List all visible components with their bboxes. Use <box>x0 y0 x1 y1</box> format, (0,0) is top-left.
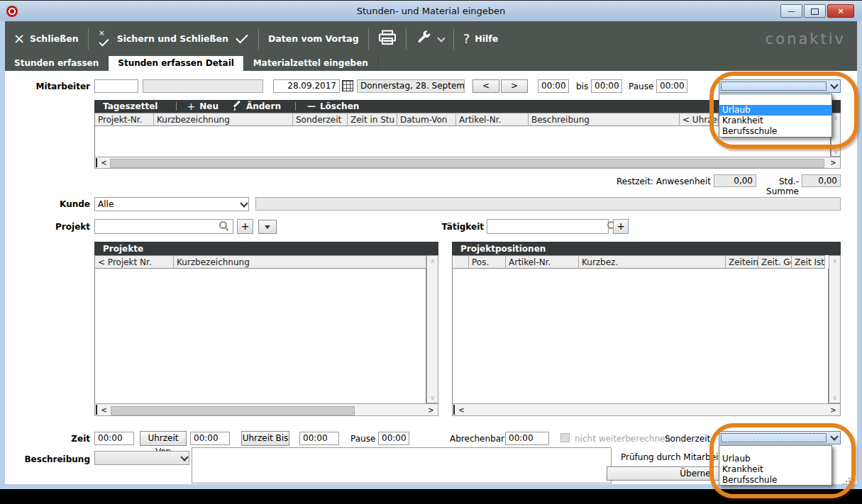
beschreibung-textarea[interactable] <box>192 447 612 483</box>
column-header-pos[interactable]: Pos. <box>469 255 506 269</box>
uhrzeit-bis-field[interactable]: 00:00 <box>299 432 339 445</box>
taetigkeit-add-button[interactable]: + <box>613 219 629 234</box>
projekt-add-button[interactable]: + <box>237 219 253 234</box>
scroll-left-icon[interactable]: < <box>456 405 467 415</box>
column-header-artikel-nr2[interactable]: Artikel-Nr. <box>506 255 579 269</box>
minimize-button[interactable]: — <box>780 4 802 18</box>
projekte-hscrollbar[interactable]: < > <box>94 403 438 416</box>
tageszettel-hscrollbar[interactable]: < > <box>94 157 841 169</box>
projekte-vscrollbar[interactable]: ∧ ∨ <box>426 255 438 403</box>
combobox-arrow[interactable] <box>828 80 840 92</box>
scroll-down-icon[interactable]: ∨ <box>427 394 438 401</box>
maximize-button[interactable] <box>804 4 826 18</box>
close-window-button[interactable]: × <box>827 4 854 18</box>
dropdown-option-empty[interactable] <box>719 94 831 105</box>
scroll-up-icon[interactable]: ∧ <box>427 257 438 264</box>
beschreibung-preset-select[interactable] <box>94 451 189 465</box>
scroll-up-icon[interactable]: ∧ <box>831 114 840 121</box>
resize-grip[interactable] <box>843 483 844 485</box>
column-header-zeiteinh[interactable]: Zeiteinh <box>726 255 758 269</box>
dropdown-option-berufsschule[interactable]: Berufsschule <box>719 475 831 486</box>
kunde-select[interactable]: Alle <box>94 197 249 211</box>
daten-vom-vortag-button[interactable]: Daten vom Vortag <box>268 33 359 44</box>
tab-stunden-erfassen-detail[interactable]: Stunden erfassen Detail <box>109 56 244 71</box>
column-splitter[interactable] <box>96 405 97 415</box>
projekte-table-body[interactable] <box>94 269 426 403</box>
dropdown-option-empty[interactable] <box>719 446 831 454</box>
loeschen-button[interactable]: — Löschen <box>307 101 359 111</box>
dropdown-option-krankheit[interactable]: Krankheit <box>719 464 831 475</box>
column-header-kurzbezeichnung2[interactable]: Kurzbezeichnung <box>174 255 426 269</box>
abrechenbar-field[interactable]: 00:00 <box>505 432 549 445</box>
pause-field-bottom[interactable]: 00:00 <box>378 432 409 445</box>
tab-materialzettel-eingeben[interactable]: Materialzettel eingeben <box>244 56 378 71</box>
mitarbeiter-id-field[interactable] <box>94 79 138 93</box>
scroll-up-icon[interactable]: ∧ <box>829 257 840 264</box>
dropdown-option-urlaub[interactable]: Urlaub <box>719 454 831 464</box>
scrollbar-thumb[interactable] <box>110 159 824 168</box>
column-header-kurzbezeichnung[interactable]: Kurzbezeichnung <box>154 113 293 126</box>
zeit-field[interactable]: 00:00 <box>94 432 134 445</box>
next-day-button[interactable]: > <box>501 79 528 93</box>
calendar-icon[interactable] <box>342 80 353 91</box>
column-header-blank[interactable] <box>452 255 469 269</box>
aendern-button[interactable]: Ändern <box>233 101 281 111</box>
previous-day-button[interactable]: < <box>473 79 499 93</box>
scroll-left-icon[interactable]: < <box>99 158 109 167</box>
select-arrow[interactable] <box>241 198 247 211</box>
column-header-kurzbez[interactable]: Kurzbez. <box>579 255 726 269</box>
window-border-left <box>0 21 5 489</box>
column-header-zeit-in-stu[interactable]: Zeit in Stu <box>348 113 397 126</box>
neu-button[interactable]: + Neu <box>187 101 218 112</box>
dropdown-option-krankheit[interactable]: Krankheit <box>719 116 831 126</box>
column-header-zeit-ist[interactable]: Zeit Ist <box>792 255 825 269</box>
scroll-right-icon[interactable]: > <box>426 405 436 415</box>
column-header-datum-von[interactable]: Datum-Von <box>397 113 456 126</box>
pause-label-top: Pause <box>629 82 653 91</box>
dropdown-option-urlaub[interactable]: Urlaub <box>719 105 831 116</box>
tageszettel-title: Tageszettel <box>103 101 158 111</box>
column-splitter[interactable] <box>96 158 97 167</box>
scroll-right-icon[interactable]: > <box>828 405 839 415</box>
projekt-search-input[interactable] <box>94 219 233 234</box>
time-from-field[interactable]: 00:00 <box>538 79 569 93</box>
column-header-projekt-nr[interactable]: Projekt-Nr. <box>94 113 154 126</box>
hilfe-button[interactable]: ? Hilfe <box>463 33 499 45</box>
kunde-detail-field <box>255 197 841 211</box>
uhrzeit-von-button[interactable]: Uhrzeit Von <box>140 431 187 446</box>
uhrzeit-von-field[interactable]: 00:00 <box>190 432 230 445</box>
column-header-zeit-ge[interactable]: Zeit. Ge <box>758 255 792 269</box>
nicht-weiterberechnen-checkbox[interactable] <box>560 433 570 442</box>
positionen-vscrollbar[interactable]: ∧ ∨ <box>829 255 841 403</box>
schliessen-button[interactable]: × Schließen <box>13 32 79 45</box>
combobox-arrow[interactable] <box>828 432 840 444</box>
sonderzeit-combobox-top[interactable] <box>719 79 841 93</box>
time-to-field[interactable]: 00:00 <box>591 79 622 93</box>
taetigkeit-search-input[interactable] <box>487 219 609 234</box>
column-header-sonderzeit[interactable]: Sonderzeit <box>293 113 348 126</box>
column-header-uhrzeit[interactable]: < Uhrzei <box>680 113 719 126</box>
positionen-hscrollbar[interactable]: < > <box>452 403 841 416</box>
select-arrow[interactable] <box>182 452 187 464</box>
dropdown-option-berufsschule[interactable]: Berufsschule <box>719 126 831 137</box>
date-field[interactable]: 28.09.2017 <box>273 79 340 93</box>
pause-field-top[interactable]: 00:00 <box>656 79 687 93</box>
tageszettel-vscrollbar[interactable]: ∧ ∨ <box>831 113 841 157</box>
scroll-down-icon[interactable]: ∨ <box>829 394 840 401</box>
uhrzeit-bis-button[interactable]: Uhrzeit Bis <box>241 431 289 446</box>
tools-menu-button[interactable] <box>416 30 444 47</box>
sichern-und-schliessen-button[interactable]: × Sichern und Schließen <box>98 30 249 47</box>
scroll-right-icon[interactable]: > <box>828 158 839 167</box>
projekt-dropdown-button[interactable] <box>258 220 277 234</box>
scrollbar-thumb[interactable] <box>111 406 355 415</box>
scroll-down-icon[interactable]: ∨ <box>831 148 840 155</box>
tab-stunden-erfassen[interactable]: Stunden erfassen <box>5 56 109 71</box>
positionen-table-body[interactable] <box>452 269 829 403</box>
sonderzeit-combobox-bottom[interactable] <box>719 431 841 444</box>
column-header-beschreibung[interactable]: Beschreibung <box>529 113 680 126</box>
column-splitter[interactable] <box>453 405 455 415</box>
column-header-artikel-nr[interactable]: Artikel-Nr. <box>456 113 529 126</box>
column-header-projekt-nr2[interactable]: < Projekt Nr. <box>94 255 174 269</box>
scroll-left-icon[interactable]: < <box>99 405 109 415</box>
print-button[interactable] <box>378 30 397 47</box>
